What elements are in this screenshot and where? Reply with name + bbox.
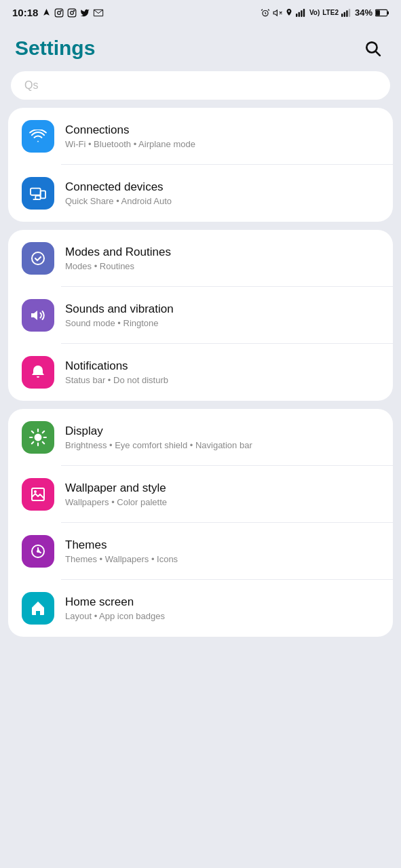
twitter-icon — [80, 8, 90, 18]
svg-rect-10 — [303, 9, 305, 17]
svg-marker-25 — [31, 311, 37, 320]
settings-header: Settings — [0, 22, 401, 71]
gmail-icon — [93, 9, 104, 17]
svg-rect-7 — [296, 14, 297, 17]
alarm-icon — [261, 8, 270, 18]
display-text: Display Brightness • Eye comfort shield … — [65, 425, 252, 450]
modes-routines-subtitle: Modes • Routines — [65, 261, 171, 271]
wallpaper-subtitle: Wallpapers • Color palette — [65, 497, 167, 507]
svg-point-36 — [34, 490, 37, 493]
svg-point-5 — [74, 10, 75, 11]
svg-rect-20 — [31, 189, 41, 195]
lte2-badge: LTE2 — [322, 9, 339, 16]
home-screen-icon-bg — [22, 592, 54, 625]
display-subtitle: Brightness • Eye comfort shield • Naviga… — [65, 440, 252, 450]
svg-rect-11 — [341, 14, 343, 17]
modes-routines-text: Modes and Routines Modes • Routines — [65, 245, 171, 271]
svg-rect-17 — [376, 10, 380, 16]
search-button[interactable] — [359, 35, 386, 62]
home-screen-title: Home screen — [65, 595, 165, 609]
status-right-icons: Vo) LTE2 34% — [261, 7, 389, 18]
wallpaper-text: Wallpaper and style Wallpapers • Color p… — [65, 481, 167, 507]
sounds-icon-bg — [22, 299, 54, 332]
notifications-item[interactable]: Notifications Status bar • Do not distur… — [8, 344, 393, 401]
themes-icon-bg — [22, 535, 54, 568]
home-icon — [30, 600, 46, 616]
volume-icon — [30, 307, 46, 323]
svg-rect-22 — [41, 191, 45, 198]
svg-line-32 — [43, 442, 44, 443]
sounds-vibration-item[interactable]: Sounds and vibration Sound mode • Ringto… — [8, 287, 393, 344]
notifications-title: Notifications — [65, 359, 168, 373]
cast-icon — [29, 186, 47, 201]
home-screen-item[interactable]: Home screen Layout • App icon badges — [8, 580, 393, 637]
svg-line-34 — [32, 442, 33, 443]
home-screen-text: Home screen Layout • App icon badges — [65, 595, 165, 621]
status-bar: 10:18 — [0, 0, 401, 22]
wallpaper-item[interactable]: Wallpaper and style Wallpapers • Color p… — [8, 466, 393, 523]
themes-item[interactable]: Themes Themes • Wallpapers • Icons — [8, 523, 393, 580]
themes-text: Themes Themes • Wallpapers • Icons — [65, 538, 178, 564]
connected-devices-icon-bg — [22, 177, 54, 210]
nav-arrow-icon — [42, 8, 51, 17]
svg-rect-35 — [32, 488, 44, 500]
svg-point-4 — [71, 11, 74, 14]
notifications-subtitle: Status bar • Do not disturb — [65, 375, 168, 385]
connections-item[interactable]: Connections Wi-Fi • Bluetooth • Airplane… — [8, 108, 393, 165]
mute-icon — [273, 8, 282, 18]
svg-point-26 — [35, 434, 42, 441]
bottom-spacer — [0, 645, 401, 665]
card-group-1: Connections Wi-Fi • Bluetooth • Airplane… — [8, 108, 393, 222]
page-title: Settings — [15, 37, 95, 60]
svg-rect-13 — [346, 10, 347, 17]
modes-icon — [30, 250, 46, 267]
image-icon — [30, 486, 46, 502]
connections-icon-bg — [22, 120, 54, 153]
wallpaper-title: Wallpaper and style — [65, 481, 167, 495]
svg-rect-12 — [344, 12, 345, 17]
signal-icon — [296, 8, 307, 17]
status-time: 10:18 — [12, 7, 38, 18]
svg-rect-9 — [301, 10, 302, 17]
themes-icon — [30, 543, 46, 559]
battery-percent: 34% — [355, 7, 373, 18]
wallpaper-icon-bg — [22, 478, 54, 511]
svg-rect-14 — [349, 9, 350, 17]
themes-subtitle: Themes • Wallpapers • Icons — [65, 554, 178, 564]
display-icon-bg — [22, 421, 54, 454]
status-time-area: 10:18 — [12, 7, 104, 18]
svg-rect-0 — [56, 9, 64, 17]
display-title: Display — [65, 425, 252, 438]
themes-title: Themes — [65, 538, 178, 552]
instagram2-icon — [67, 8, 77, 18]
home-screen-subtitle: Layout • App icon badges — [65, 611, 165, 621]
sun-icon — [29, 429, 47, 446]
connected-devices-text: Connected devices Quick Share • Android … — [65, 180, 172, 206]
search-icon — [364, 39, 381, 57]
modes-routines-item[interactable]: Modes and Routines Modes • Routines — [8, 230, 393, 287]
notifications-icon-bg — [22, 356, 54, 389]
svg-point-1 — [58, 11, 61, 14]
svg-rect-8 — [298, 12, 299, 17]
location-icon — [285, 8, 293, 18]
signal2-icon — [341, 8, 352, 17]
display-item[interactable]: Display Brightness • Eye comfort shield … — [8, 409, 393, 466]
svg-point-38 — [37, 550, 39, 553]
svg-point-24 — [32, 252, 44, 264]
wifi-icon — [29, 130, 47, 143]
card-group-2: Modes and Routines Modes • Routines Soun… — [8, 230, 393, 401]
connected-devices-item[interactable]: Connected devices Quick Share • Android … — [8, 165, 393, 222]
bell-icon — [30, 364, 46, 380]
card-group-3: Display Brightness • Eye comfort shield … — [8, 409, 393, 637]
modes-icon-bg — [22, 242, 54, 275]
search-placeholder: Qs — [24, 79, 38, 92]
instagram-icon — [54, 8, 64, 18]
svg-rect-3 — [69, 9, 77, 17]
search-bar[interactable]: Qs — [11, 71, 390, 100]
connected-devices-title: Connected devices — [65, 180, 172, 194]
connections-subtitle: Wi-Fi • Bluetooth • Airplane mode — [65, 139, 195, 149]
svg-line-33 — [43, 431, 44, 433]
svg-line-19 — [376, 52, 380, 56]
connected-devices-subtitle: Quick Share • Android Auto — [65, 196, 172, 206]
notifications-text: Notifications Status bar • Do not distur… — [65, 359, 168, 385]
